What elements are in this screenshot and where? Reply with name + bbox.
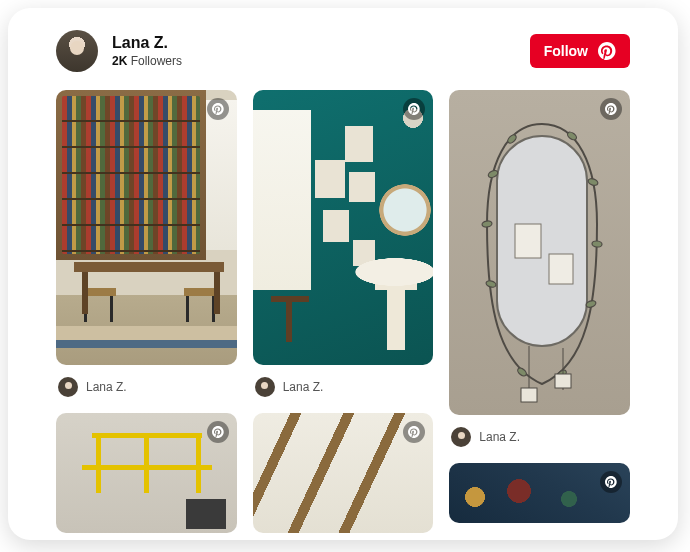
pin[interactable]	[253, 413, 434, 533]
svg-rect-2	[549, 254, 573, 284]
avatar-small	[255, 377, 275, 397]
follower-count: 2K Followers	[112, 54, 182, 68]
pin-grid: Lana Z. Lana Z.	[26, 90, 660, 540]
grid-column: Lana Z.	[56, 90, 237, 533]
avatar[interactable]	[56, 30, 98, 72]
grid-column: Lana Z.	[253, 90, 434, 533]
follow-button[interactable]: Follow	[530, 34, 630, 68]
avatar-small	[451, 427, 471, 447]
pin[interactable]	[449, 463, 630, 523]
svg-point-9	[592, 241, 602, 248]
svg-point-7	[567, 131, 579, 142]
pinterest-badge[interactable]	[207, 421, 229, 443]
svg-rect-16	[555, 374, 571, 388]
pin-attribution[interactable]: Lana Z.	[449, 425, 630, 453]
pinterest-badge[interactable]	[403, 421, 425, 443]
grid-column: Lana Z.	[449, 90, 630, 523]
avatar-small	[58, 377, 78, 397]
svg-point-8	[588, 177, 599, 186]
pin[interactable]	[449, 90, 630, 415]
pin-author: Lana Z.	[86, 380, 127, 394]
pinterest-icon	[598, 42, 616, 60]
svg-rect-0	[497, 136, 587, 346]
svg-point-12	[517, 366, 529, 377]
profile-card: Lana Z. 2K Followers Follow Lana Z.	[8, 8, 678, 540]
pin-author: Lana Z.	[283, 380, 324, 394]
profile-header: Lana Z. 2K Followers Follow	[26, 30, 660, 72]
pin[interactable]	[56, 413, 237, 533]
pinterest-icon	[408, 103, 420, 115]
pinterest-icon	[605, 103, 617, 115]
svg-rect-1	[515, 224, 541, 258]
follow-label: Follow	[544, 43, 588, 59]
pin-attribution[interactable]: Lana Z.	[253, 375, 434, 403]
pin-attribution[interactable]: Lana Z.	[56, 375, 237, 403]
pin-author: Lana Z.	[479, 430, 520, 444]
profile-text: Lana Z. 2K Followers	[112, 34, 182, 68]
pin[interactable]	[56, 90, 237, 365]
mirror-illustration	[467, 104, 617, 404]
svg-rect-14	[521, 388, 537, 402]
profile-name[interactable]: Lana Z.	[112, 34, 182, 52]
pinterest-badge[interactable]	[600, 471, 622, 493]
svg-point-6	[507, 133, 518, 144]
pinterest-badge[interactable]	[207, 98, 229, 120]
svg-point-4	[482, 220, 493, 228]
pinterest-badge[interactable]	[403, 98, 425, 120]
pinterest-icon	[212, 426, 224, 438]
svg-point-5	[486, 280, 497, 288]
pinterest-icon	[408, 426, 420, 438]
pin[interactable]	[253, 90, 434, 365]
pinterest-icon	[605, 476, 617, 488]
pinterest-icon	[212, 103, 224, 115]
pinterest-badge[interactable]	[600, 98, 622, 120]
